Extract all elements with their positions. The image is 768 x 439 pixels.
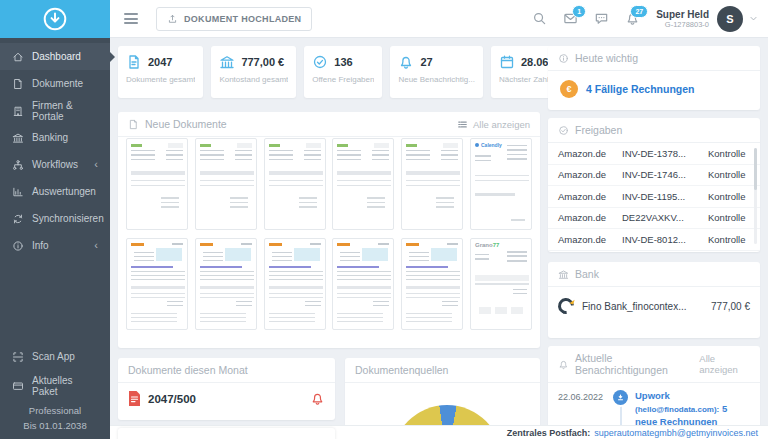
central-inbox-email-link[interactable]: superautomategmbh@getmyinvoices.net bbox=[594, 428, 758, 438]
partially-visible-card bbox=[118, 428, 335, 439]
vendor: Amazon.de bbox=[558, 234, 622, 245]
chat-icon[interactable] bbox=[594, 11, 609, 26]
package-label: Aktuelles Paket bbox=[32, 375, 98, 397]
sidebar-item-label: Auswertungen bbox=[32, 186, 96, 197]
stat-new-notifications[interactable]: 27 Neue Benachrichtig... bbox=[390, 46, 483, 98]
chevron-down-icon[interactable] bbox=[749, 14, 758, 23]
invoice-number: INV-DE-1746... bbox=[622, 169, 708, 180]
central-inbox-label: Zentrales Postfach: bbox=[507, 428, 591, 438]
panel-header: Bank bbox=[548, 262, 760, 287]
approval-action: Kontrolle bbox=[708, 191, 750, 202]
invoice-preview bbox=[471, 239, 531, 329]
invoice-preview bbox=[196, 139, 256, 229]
vendor: Amazon.de bbox=[558, 148, 622, 159]
document-thumbnail[interactable] bbox=[195, 138, 257, 230]
import-download-icon bbox=[613, 390, 628, 405]
stat-cards: 2047 Dokumente gesamt 777,00 € Kontostan… bbox=[118, 46, 540, 98]
document-thumbnail-amazon[interactable] bbox=[264, 238, 326, 330]
view-all-label: Alle anzeigen bbox=[699, 353, 750, 375]
panel-title: Bank bbox=[575, 268, 599, 280]
sidebar-item-label: Banking bbox=[32, 132, 68, 143]
document-thumbnail[interactable] bbox=[401, 138, 463, 230]
scan-app-item[interactable]: Scan App bbox=[0, 345, 110, 369]
panel-title: Freigaben bbox=[575, 124, 622, 136]
sidebar-item-info[interactable]: Info ‹ bbox=[0, 232, 110, 259]
user-menu[interactable]: Super Held G-1278803-0 bbox=[656, 9, 709, 29]
stat-open-approvals[interactable]: 136 Offene Freigaben bbox=[304, 46, 382, 98]
today-panel-body: € 4 Fällige Rechnungen bbox=[548, 71, 760, 107]
sidebar-item-dashboard[interactable]: Dashboard bbox=[0, 43, 110, 70]
sidebar-item-auswertungen[interactable]: Auswertungen bbox=[0, 178, 110, 205]
upload-document-button[interactable]: DOKUMENT HOCHLADEN bbox=[156, 7, 312, 31]
vendor: Amazon.de bbox=[558, 212, 622, 223]
red-document-icon bbox=[128, 391, 141, 406]
sidebar-item-label: Synchronisieren bbox=[32, 213, 104, 224]
alert-bell-icon[interactable] bbox=[310, 391, 325, 406]
sidebar-item-synchronisieren[interactable]: Synchronisieren bbox=[0, 205, 110, 232]
document-thumbnail-amazon[interactable] bbox=[126, 238, 188, 330]
approval-row[interactable]: Amazon.de INV-DE-1378... Kontrolle bbox=[548, 143, 760, 165]
approval-row[interactable]: Amazon.de INV-DE-1746... Kontrolle bbox=[548, 165, 760, 187]
sidebar-item-dokumente[interactable]: Dokumente bbox=[0, 70, 110, 97]
stat-label: Offene Freigaben bbox=[312, 75, 374, 84]
stat-label: Dokumente gesamt bbox=[126, 75, 195, 84]
document-thumbnail[interactable] bbox=[126, 138, 188, 230]
document-thumbnail-amazon[interactable] bbox=[195, 238, 257, 330]
mail-badge: 1 bbox=[572, 5, 586, 18]
stat-value: 777,00 € bbox=[241, 56, 284, 68]
invoice-preview bbox=[333, 239, 393, 329]
invoice-number: INV-DE-1378... bbox=[622, 148, 708, 159]
document-thumbnail-amazon[interactable] bbox=[401, 238, 463, 330]
mail-icon[interactable]: 1 bbox=[563, 11, 578, 26]
panel-title: Aktuelle Benachrichtigungen bbox=[575, 352, 693, 376]
document-thumbnail[interactable] bbox=[264, 138, 326, 230]
approval-action: Kontrolle bbox=[708, 212, 750, 223]
fino-bank-logo bbox=[558, 298, 574, 314]
due-invoices-link[interactable]: 4 Fällige Rechnungen bbox=[586, 83, 695, 95]
approval-row[interactable]: Amazon.de INV-DE-8012... Kontrolle bbox=[548, 229, 760, 251]
app-logo[interactable] bbox=[0, 0, 110, 38]
document-thumbnail-amazon[interactable] bbox=[332, 238, 394, 330]
list-icon bbox=[457, 119, 468, 130]
hamburger-menu-icon[interactable] bbox=[124, 11, 138, 27]
panel-header: Freigaben bbox=[548, 118, 760, 143]
notifications-bell-icon[interactable]: 27 bbox=[625, 11, 640, 26]
invoice-preview bbox=[196, 239, 256, 329]
collapse-chevron-icon[interactable]: ‹ bbox=[94, 159, 98, 170]
approval-row[interactable]: Amazon.de INV-DE-1195... Kontrolle bbox=[548, 186, 760, 208]
sidebar-item-workflows[interactable]: Workflows ‹ bbox=[0, 151, 110, 178]
topbar-actions: 1 27 Super Held G-1278803-0 S bbox=[516, 6, 758, 32]
sidebar-item-firmen-portale[interactable]: Firmen & Portale bbox=[0, 97, 110, 124]
stat-documents-total[interactable]: 2047 Dokumente gesamt bbox=[118, 46, 203, 98]
sidebar-item-banking[interactable]: Banking bbox=[0, 124, 110, 151]
upload-button-label: DOKUMENT HOCHLADEN bbox=[184, 14, 301, 24]
user-id: G-1278803-0 bbox=[656, 20, 709, 29]
bell-icon bbox=[398, 54, 414, 70]
bank-account-row[interactable]: Fino Bank_finocontex... 777,00 € bbox=[548, 287, 760, 325]
invoice-preview bbox=[265, 139, 325, 229]
calendar-icon bbox=[499, 54, 515, 70]
search-icon[interactable] bbox=[532, 11, 547, 26]
scrollbar-thumb[interactable] bbox=[754, 148, 757, 190]
package-name: Professional bbox=[0, 403, 110, 418]
package-item[interactable]: Aktuelles Paket bbox=[0, 369, 110, 403]
bank-account-name: Fino Bank_finocontex... bbox=[582, 301, 687, 312]
document-thumbnail-calendly[interactable]: Calendly bbox=[470, 138, 532, 230]
stat-balance-total[interactable]: 777,00 € Kontostand gesamt bbox=[211, 46, 296, 98]
view-all-link[interactable]: Alle anzeigen bbox=[699, 353, 750, 375]
stat-value: 27 bbox=[420, 56, 432, 68]
document-thumbnail-grano[interactable]: Grano77 bbox=[470, 238, 532, 330]
bank-icon bbox=[12, 132, 24, 144]
collapse-chevron-icon[interactable]: ‹ bbox=[94, 240, 98, 251]
bank-panel: Bank Fino Bank_finocontex... 777,00 € bbox=[548, 262, 760, 338]
avatar[interactable]: S bbox=[717, 6, 743, 32]
stat-value: 2047 bbox=[148, 56, 172, 68]
approval-row[interactable]: Amazon.de DE22VAXKV... Kontrolle bbox=[548, 208, 760, 230]
sidebar-nav: Dashboard Dokumente Firmen & Portale Ban… bbox=[0, 38, 110, 259]
invoice-preview bbox=[265, 239, 325, 329]
view-all-link[interactable]: Alle anzeigen bbox=[457, 119, 530, 130]
scan-icon bbox=[12, 351, 24, 363]
document-icon bbox=[128, 119, 139, 130]
document-thumbnail[interactable] bbox=[332, 138, 394, 230]
invoice-preview bbox=[333, 139, 393, 229]
